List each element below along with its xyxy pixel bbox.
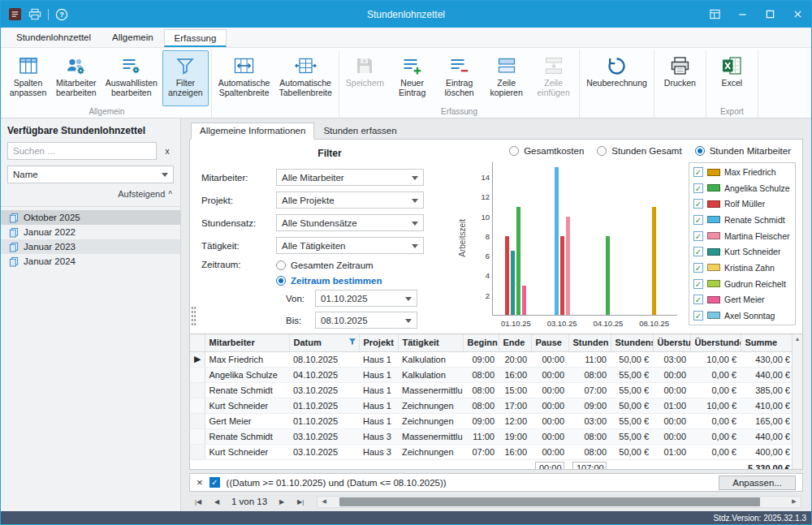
legend-checkbox[interactable]: ✓ bbox=[693, 263, 703, 273]
legend-item-rolf-mueller[interactable]: ✓Rolf Müller bbox=[693, 198, 791, 209]
stundensatz-select[interactable]: Alle Stundensätze bbox=[276, 214, 424, 231]
sidebar-item-januar-2022[interactable]: Januar 2022 bbox=[1, 225, 180, 239]
legend-item-martina-fleischer[interactable]: ✓Martina Fleischer bbox=[693, 230, 791, 242]
legend-item-gert-meier[interactable]: ✓Gert Meier bbox=[693, 294, 791, 305]
vertical-scrollbar[interactable]: ▲ bbox=[792, 334, 802, 469]
next-page-button[interactable]: ▶ bbox=[273, 494, 291, 509]
legend-checkbox[interactable]: ✓ bbox=[693, 215, 703, 225]
scroll-right-icon[interactable]: ▶ bbox=[788, 498, 801, 505]
row-selector[interactable] bbox=[190, 444, 205, 459]
legend-checkbox[interactable]: ✓ bbox=[693, 183, 703, 193]
sidebar-item-januar-2023[interactable]: Januar 2023 bbox=[1, 239, 180, 254]
print-icon[interactable] bbox=[28, 7, 42, 22]
row-selector[interactable] bbox=[190, 398, 205, 413]
column-header-projekt[interactable]: Projekt bbox=[359, 334, 398, 351]
layout-grid-icon[interactable] bbox=[701, 1, 728, 28]
von-date-select[interactable]: 01.10.2025 bbox=[315, 290, 417, 307]
horizontal-scroll-thumb[interactable] bbox=[339, 497, 760, 506]
ribbon-button-mitarbeiter-bearbeiten[interactable]: Mitarbeiter bearbeiten bbox=[52, 50, 101, 106]
column-header-ende[interactable]: Ende bbox=[499, 334, 531, 351]
first-page-button[interactable]: |◀ bbox=[189, 494, 207, 509]
sidebar-item-januar-2024[interactable]: Januar 2024 bbox=[1, 254, 180, 269]
search-input[interactable] bbox=[7, 142, 157, 160]
ribbon-button-automatische-tabellenbreite[interactable]: Automatische Tabellenbreite bbox=[274, 50, 335, 106]
table-row-6[interactable]: Renate Schmidt03.10.2025Haus 3Massenermi… bbox=[190, 428, 792, 444]
ribbon-button-automatische-spaltenbreite[interactable]: Automatische Spaltenbreite bbox=[214, 50, 274, 106]
radio-gesamten-zeitraum[interactable]: Gesamten Zeitraum bbox=[276, 260, 382, 270]
legend-item-gudrun-reichelt[interactable]: ✓Gudrun Reichelt bbox=[693, 278, 791, 290]
column-header-stundensatz[interactable]: Stundensatz bbox=[611, 334, 653, 351]
tab-allgemeine-informationen[interactable]: Allgemeine Informationen bbox=[191, 123, 314, 140]
customize-filter-button[interactable]: Anpassen... bbox=[719, 476, 796, 490]
column-header-pause[interactable]: Pause bbox=[531, 334, 568, 351]
help-icon[interactable]: ? bbox=[54, 7, 69, 22]
row-selector[interactable]: ▶ bbox=[190, 351, 205, 367]
table-row-3[interactable]: Renate Schmidt03.10.2025Haus 1Massenermi… bbox=[190, 382, 792, 398]
column-header-mitarbeiter[interactable]: Mitarbeiter bbox=[205, 334, 289, 351]
remove-filter-button[interactable]: × bbox=[197, 477, 203, 488]
radio-zeitraum-bestimmen[interactable]: Zeitraum bestimmen bbox=[276, 276, 382, 286]
column-header-beginn[interactable]: Beginn bbox=[463, 334, 499, 351]
radio-stunden-mitarbeiter[interactable]: Stunden Mitarbeiter bbox=[695, 146, 791, 156]
filter-active-checkbox[interactable]: ✓ bbox=[209, 477, 220, 488]
sidebar-item-oktober-2025[interactable]: Oktober 2025 bbox=[1, 210, 180, 225]
ribbon-button-filter-anzeigen[interactable]: Filter anzeigen bbox=[162, 50, 209, 106]
sort-field-select[interactable]: Name bbox=[7, 166, 174, 183]
legend-checkbox[interactable]: ✓ bbox=[693, 199, 703, 209]
close-icon[interactable] bbox=[784, 1, 811, 28]
last-page-button[interactable]: ▶| bbox=[292, 494, 309, 509]
legend-checkbox[interactable]: ✓ bbox=[693, 279, 703, 289]
ribbon-tab-stundenlohnzettel[interactable]: Stundenlohnzettel bbox=[6, 28, 102, 47]
radio-gesamtkosten[interactable]: Gesamtkosten bbox=[509, 146, 584, 156]
ribbon-button-auswahllisten-bearbeiten[interactable]: Auswahllisten bearbeiten bbox=[102, 50, 162, 106]
bis-date-select[interactable]: 08.10.2025 bbox=[315, 312, 417, 329]
tab-stunden-erfassen[interactable]: Stunden erfassen bbox=[314, 123, 405, 140]
column-header-summe[interactable]: Summe bbox=[741, 334, 792, 351]
horizontal-scrollbar[interactable]: ◀ ▶ bbox=[317, 496, 801, 508]
legend-checkbox[interactable]: ✓ bbox=[693, 247, 703, 256]
row-selector[interactable] bbox=[190, 367, 205, 382]
legend-item-angelika-schulze[interactable]: ✓Angelika Schulze bbox=[693, 183, 791, 194]
column-header-datum[interactable]: Datum bbox=[289, 334, 359, 351]
ribbon-button-neuer-eintrag[interactable]: Neuer Eintrag bbox=[389, 50, 435, 106]
legend-checkbox[interactable]: ✓ bbox=[693, 231, 703, 241]
table-row-5[interactable]: Gert Meier01.10.2025Haus 1Zeichnungen09:… bbox=[190, 413, 792, 428]
row-selector[interactable] bbox=[190, 428, 205, 444]
legend-item-max-friedrich[interactable]: ✓Max Friedrich bbox=[693, 166, 791, 178]
ribbon-button-excel[interactable]: Excel bbox=[709, 50, 755, 106]
search-clear-button[interactable]: x bbox=[161, 143, 174, 159]
ribbon-button-drucken[interactable]: Drucken bbox=[657, 50, 703, 106]
horizontal-scroll-track[interactable] bbox=[330, 497, 788, 507]
legend-checkbox[interactable]: ✓ bbox=[693, 295, 703, 304]
legend-item-axel-sonntag[interactable]: ✓Axel Sonntag bbox=[693, 310, 791, 321]
radio-stunden-gesamt[interactable]: Stunden Gesamt bbox=[597, 146, 681, 156]
taetigkeit-select[interactable]: Alle Tätigkeiten bbox=[276, 237, 424, 254]
ribbon-button-zeile-kopieren[interactable]: Zeile kopieren bbox=[483, 50, 529, 106]
ribbon-button-neuberechnung[interactable]: Neuberechnung bbox=[582, 50, 651, 106]
table-row-1[interactable]: ▶Max Friedrich08.10.2025Haus 1Kalkulatio… bbox=[190, 351, 792, 367]
ribbon-tab-erfassung[interactable]: Erfassung bbox=[164, 29, 227, 47]
column-header-ueberstunden[interactable]: Überstunden bbox=[653, 334, 690, 351]
splitter-grip[interactable] bbox=[191, 306, 197, 325]
column-header-ueberstundenzuschlag[interactable]: Überstundenzuschlag bbox=[690, 334, 741, 351]
minimize-icon[interactable] bbox=[728, 1, 756, 28]
column-filter-icon[interactable] bbox=[348, 338, 356, 347]
table-row-7[interactable]: Kurt Schneider03.10.2025Haus 3Zeichnunge… bbox=[190, 444, 792, 459]
scroll-left-icon[interactable]: ◀ bbox=[317, 498, 330, 505]
projekt-select[interactable]: Alle Projekte bbox=[276, 191, 424, 209]
ribbon-button-eintrag-loeschen[interactable]: Eintrag löschen bbox=[436, 50, 482, 106]
legend-item-renate-schmidt[interactable]: ✓Renate Schmidt bbox=[693, 214, 791, 226]
legend-item-kristina-zahn[interactable]: ✓Kristina Zahn bbox=[693, 262, 791, 273]
legend-item-kurt-schneider[interactable]: ✓Kurt Schneider bbox=[693, 246, 791, 257]
column-header-stunden[interactable]: Stunden bbox=[568, 334, 611, 351]
ribbon-button-spalten-anpassen[interactable]: Spalten anpassen bbox=[5, 50, 51, 106]
sort-order-button[interactable]: Aufsteigend ^ bbox=[7, 189, 174, 199]
ribbon-tab-allgemein[interactable]: Allgemein bbox=[102, 28, 164, 47]
legend-checkbox[interactable]: ✓ bbox=[693, 311, 703, 321]
row-selector[interactable] bbox=[190, 382, 205, 398]
table-row-2[interactable]: Angelika Schulze04.10.2025Haus 1Kalkulat… bbox=[190, 367, 792, 382]
column-header-taetigkeit[interactable]: Tätigkeit bbox=[398, 334, 463, 351]
legend-checkbox[interactable]: ✓ bbox=[693, 167, 703, 177]
app-icon[interactable] bbox=[7, 7, 22, 22]
table-row-4[interactable]: Kurt Schneider01.10.2025Haus 1Zeichnunge… bbox=[190, 398, 792, 413]
